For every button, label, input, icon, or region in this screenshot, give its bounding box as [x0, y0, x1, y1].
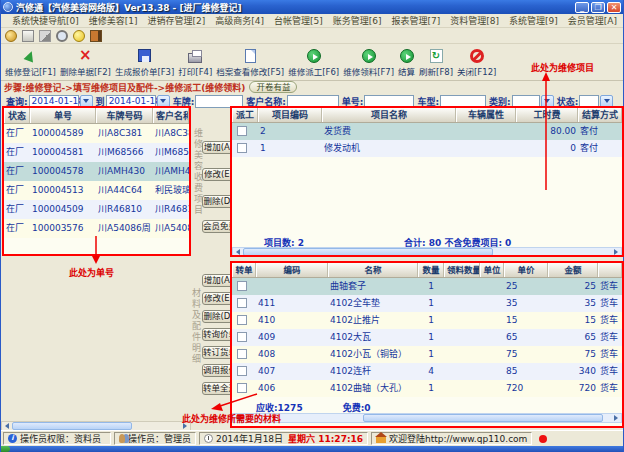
close-form-button[interactable]: 关闭[F12]: [455, 46, 498, 78]
material-hscrollbar[interactable]: [232, 413, 622, 423]
col-settle-type[interactable]: 结算方式: [578, 108, 622, 122]
menu-accounting[interactable]: 账务管理[6]: [328, 14, 387, 27]
home-icon: [376, 437, 386, 443]
close-button[interactable]: ✕: [607, 2, 621, 13]
weekday-time: 星期六 11:27:16: [288, 432, 363, 445]
transfer-checkbox[interactable]: [237, 332, 247, 342]
view-icon[interactable]: [56, 30, 68, 42]
project-row[interactable]: 1修发动机 0客付: [232, 140, 622, 157]
help-tips-button[interactable]: 开卷有益: [249, 81, 297, 93]
col-transfer[interactable]: 转单: [232, 263, 256, 277]
restore-button[interactable]: ❐: [591, 2, 605, 13]
material-row[interactable]: 4114102全车垫1 35 35货车: [232, 295, 622, 312]
col-labor-fee[interactable]: 工时费: [516, 108, 578, 122]
transfer-checkbox[interactable]: [237, 366, 247, 376]
vehicle-row-selected[interactable]: 在厂100004578川AMH430川AMH430: [4, 162, 189, 181]
menu-inventory[interactable]: 进销存管理[2]: [143, 14, 211, 27]
settle-button[interactable]: 结算: [396, 46, 417, 78]
col-order-no[interactable]: 单号: [30, 108, 96, 123]
col-project-code[interactable]: 项目编码: [258, 108, 322, 122]
generate-quote-button[interactable]: 生成报价单[F3]: [113, 46, 176, 78]
title-bar: 汽修通【汽修美容网络版】Ver13.38 - [进厂维修登记] _ ❐ ✕: [1, 0, 623, 14]
col-amount[interactable]: 金额: [548, 263, 598, 277]
col-project-name[interactable]: 项目名称: [322, 108, 456, 122]
print-button[interactable]: 打印[F4]: [176, 46, 214, 78]
menu-reports[interactable]: 报表管理[7]: [387, 14, 446, 27]
annotation-project: 此处为维修项目: [531, 61, 594, 74]
project-hscrollbar[interactable]: [232, 247, 622, 257]
material-row-selected[interactable]: 曲轴套子1 25 25货车: [232, 278, 622, 295]
col-dispatch[interactable]: 派工: [232, 108, 258, 122]
col-price[interactable]: 单价: [504, 263, 548, 277]
material-row[interactable]: 4084102小瓦（铜铪）1 75 75货车: [232, 346, 622, 363]
annotation-order-no: 此处为单号: [69, 266, 114, 279]
repair-register-button[interactable]: 维修登记[F1]: [3, 46, 58, 78]
clock-icon: [204, 434, 213, 443]
welcome-pane: 欢迎登陆http://www.qp110.com: [371, 432, 532, 445]
col-code[interactable]: 编码: [256, 263, 328, 277]
red-x-icon: ×: [79, 48, 92, 63]
material-row[interactable]: 4064102曲轴（大孔）1 720 720货车: [232, 380, 622, 397]
scroll-right-icon[interactable]: [611, 248, 621, 256]
dispatch-button[interactable]: 维修派工[F6]: [286, 46, 341, 78]
vehicle-table-header: 状态 单号 车牌号码 客户名称: [4, 108, 189, 124]
material-row[interactable]: 4104102止推片1 15 15货车: [232, 312, 622, 329]
green-go-icon: [307, 49, 321, 63]
notebook-icon[interactable]: [22, 30, 34, 42]
transfer-checkbox[interactable]: [237, 315, 247, 325]
transfer-checkbox[interactable]: [237, 383, 247, 393]
printer-icon: [188, 53, 202, 63]
col-qty[interactable]: 数量: [418, 263, 444, 277]
vehicle-row[interactable]: 在厂100004581川M68566川M68566: [4, 143, 189, 162]
menu-system-nav[interactable]: 系统快捷导航[0]: [7, 14, 84, 27]
menu-ledger[interactable]: 台帐管理[5]: [269, 14, 328, 27]
scroll-left-icon[interactable]: [2, 422, 12, 430]
green-up-arrow-icon: [24, 49, 37, 62]
vehicle-row[interactable]: 在厂100003576川A54086周川A54086周: [4, 219, 189, 238]
material-row[interactable]: 4094102大瓦1 65 65货车: [232, 329, 622, 346]
scroll-left-icon[interactable]: [233, 248, 243, 256]
menu-member[interactable]: 会员管理[A]: [563, 14, 622, 27]
menu-repair-beauty[interactable]: 维修美容[1]: [84, 14, 143, 27]
quick-toolbar: [1, 28, 623, 44]
delete-order-button[interactable]: × 删除单据[F2]: [58, 46, 113, 78]
vehicle-row[interactable]: 在厂100004589川A8C381川A8C381: [4, 124, 189, 143]
transfer-checkbox[interactable]: [237, 298, 247, 308]
exit-door-icon[interactable]: [90, 30, 102, 42]
pick-material-button[interactable]: 维修领料[F7]: [341, 46, 396, 78]
dispatch-checkbox[interactable]: [237, 143, 247, 153]
transfer-checkbox[interactable]: [237, 349, 247, 359]
menu-data[interactable]: 资料管理[8]: [445, 14, 504, 27]
info-icon: i: [8, 434, 17, 443]
scroll-right-icon[interactable]: [611, 414, 621, 422]
col-plate[interactable]: 车牌号码: [96, 108, 153, 123]
vehicle-row[interactable]: 在厂100004509川R46810川R46810: [4, 200, 189, 219]
col-status[interactable]: 状态: [4, 108, 30, 123]
col-customer[interactable]: 客户名称: [153, 108, 189, 123]
col-name[interactable]: 名称: [328, 263, 418, 277]
menu-system[interactable]: 系统管理[9]: [504, 14, 563, 27]
archive-view-edit-button[interactable]: 档案查看修改[F5]: [214, 46, 286, 78]
col-unit[interactable]: 单位: [480, 263, 504, 277]
app-window: 汽修通【汽修美容网络版】Ver13.38 - [进厂维修登记] _ ❐ ✕ 系统…: [0, 0, 624, 452]
pencil-icon[interactable]: [39, 30, 51, 42]
step-bar: 步骤:维修登记->填写维修项目及配件->维修派工(维修领料) 开卷有益: [1, 81, 623, 93]
refresh-icon: ↻: [430, 49, 443, 63]
main-toolbar: 维修登记[F1] × 删除单据[F2] 生成报价单[F3] 打印[F4] 档案查…: [1, 44, 623, 81]
col-vehicle-attr[interactable]: 车辆属性: [456, 108, 516, 122]
smiley-icon[interactable]: [73, 30, 85, 42]
window-title: 汽修通【汽修美容网络版】Ver13.38 - [进厂维修登记]: [16, 1, 573, 14]
col-extra[interactable]: [598, 263, 622, 277]
col-pick-qty[interactable]: 领料数量: [444, 263, 480, 277]
transfer-checkbox[interactable]: [237, 281, 247, 291]
coin-icon[interactable]: [5, 30, 17, 42]
date-pane: 2014年1月18日 星期六 11:27:16: [199, 432, 368, 445]
refresh-button[interactable]: ↻ 刷新[F8]: [417, 46, 455, 78]
vehicle-row[interactable]: 在厂100004513川A44C64利民玻璃: [4, 181, 189, 200]
vehicle-table: 状态 单号 车牌号码 客户名称 在厂100004589川A8C381川A8C38…: [2, 106, 191, 256]
minimize-button[interactable]: _: [575, 2, 589, 13]
menu-advanced-business[interactable]: 高级商务[4]: [210, 14, 269, 27]
dispatch-checkbox[interactable]: [237, 126, 247, 136]
project-row-selected[interactable]: 2发货费 80.00客付: [232, 123, 622, 140]
material-row[interactable]: 4074102连杆4 85 340货车: [232, 363, 622, 380]
